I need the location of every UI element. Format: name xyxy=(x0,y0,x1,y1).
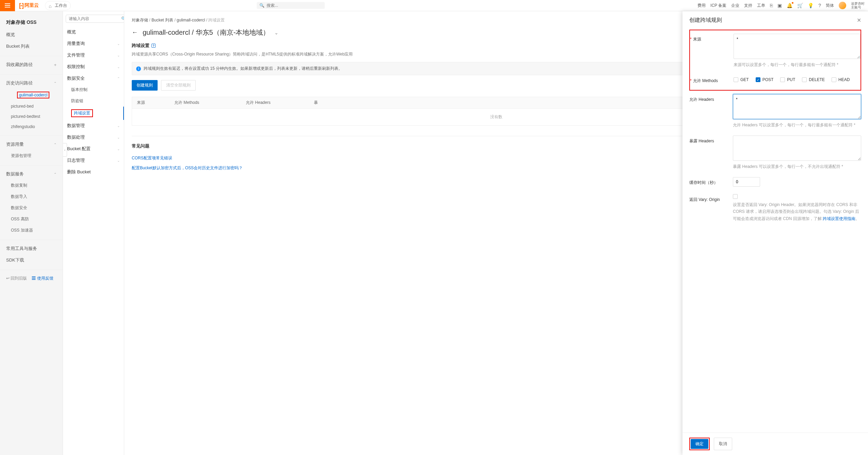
checkbox-icon xyxy=(832,77,836,82)
nav-overview[interactable]: 概览 xyxy=(0,29,63,41)
nav2-perm[interactable]: 权限控制⌄ xyxy=(63,61,124,73)
label-source: *来源 xyxy=(690,34,734,42)
nav2-data-mgmt[interactable]: 数据管理⌄ xyxy=(63,120,124,131)
nav2-data-proc[interactable]: 数据处理⌄ xyxy=(63,131,124,143)
nav2-cors[interactable]: 跨域设置 xyxy=(63,107,124,120)
bucket-search-input[interactable] xyxy=(66,15,124,23)
crumb-d: 跨域设置 xyxy=(208,18,225,22)
chk-head[interactable]: HEAD xyxy=(832,77,850,82)
nav2-usage[interactable]: 用量查询⌄ xyxy=(63,38,124,49)
product-sidebar: 对象存储 OSS 概览 Bucket 列表 我收藏的路径+ 历史访问路径⌃ gu… xyxy=(0,11,63,455)
ds-item-1[interactable]: 数据导入 xyxy=(0,191,63,202)
nav-history-path[interactable]: 历史访问路径⌃ xyxy=(0,77,63,89)
bell-icon[interactable]: 🔔 xyxy=(787,3,792,8)
nav-ticket[interactable]: 工单 xyxy=(757,3,765,9)
cache-time-input[interactable] xyxy=(733,177,760,187)
history-item-3[interactable]: zhifengstudio xyxy=(0,122,63,132)
cloudshell-icon[interactable]: ⎘ xyxy=(770,3,773,8)
nav2-bucket-cfg[interactable]: Bucket 配置⌄ xyxy=(63,143,124,155)
chevron-down-icon: ⌄ xyxy=(117,124,120,128)
bucket-sidebar: 🔍 ☆ 概览 用量查询⌄ 文件管理⌄ 权限控制⌄ 数据安全⌃ 版本控制 防盗链 … xyxy=(63,11,124,455)
history-item-2[interactable]: pictured-bedtest xyxy=(0,111,63,122)
crumb-c[interactable]: gulimall-codercl xyxy=(177,18,205,22)
workbench-link[interactable]: 工作台 xyxy=(45,1,71,10)
nav-enterprise[interactable]: 企业 xyxy=(731,3,739,9)
top-right-nav: 费用 ICP 备案 企业 支持 工单 ⎘ ▣ 🔔 🛒 💡 ? 简体 追梦赤时 主… xyxy=(697,2,865,9)
nav-resource-pkg[interactable]: 资源包管理 xyxy=(0,150,63,161)
chk-get[interactable]: GET xyxy=(734,77,749,82)
global-search[interactable]: 🔍 xyxy=(257,2,325,9)
nav2-overview[interactable]: 概览 xyxy=(63,26,124,38)
help-icon[interactable]: ? xyxy=(818,3,821,8)
logo[interactable]: [-] 阿里云 xyxy=(19,2,39,9)
allow-headers-hint: 允许 Headers 可以设置多个，每行一个，每行最多能有一个通配符 * xyxy=(733,122,861,128)
chevron-down-icon: ⌄ xyxy=(117,147,120,151)
doc-help-icon[interactable]: ? xyxy=(151,44,156,48)
logo-text: 阿里云 xyxy=(25,2,39,9)
crumb-a[interactable]: 对象存储 xyxy=(132,18,148,22)
source-textarea[interactable]: * xyxy=(734,34,861,59)
nav-sdk[interactable]: SDK下载 xyxy=(0,254,63,266)
chk-put[interactable]: PUT xyxy=(780,77,795,82)
create-rule-button[interactable]: 创建规则 xyxy=(132,80,158,91)
back-arrow-icon[interactable]: ← xyxy=(132,29,138,36)
expose-headers-hint: 暴露 Headers 可以设置多个，每行一个，不允许出现通配符 * xyxy=(733,164,861,170)
nav2-version[interactable]: 版本控制 xyxy=(63,84,124,95)
chk-delete[interactable]: DELETE xyxy=(802,77,825,82)
nav-lang[interactable]: 简体 xyxy=(826,3,834,9)
back-old[interactable]: ↩ 回到旧版 xyxy=(6,276,27,281)
hamburger-menu[interactable] xyxy=(0,0,15,11)
nav2-log-mgmt[interactable]: 日志管理⌄ xyxy=(63,155,124,166)
nav-fav-path[interactable]: 我收藏的路径+ xyxy=(0,59,63,70)
ds-item-4[interactable]: OSS 加速器 xyxy=(0,225,63,236)
cancel-button[interactable]: 取消 xyxy=(714,438,732,450)
sidebar-collapse-handle[interactable]: ‹ xyxy=(63,143,67,157)
chevron-down-icon: ⌄ xyxy=(117,159,120,162)
nav2-file-mgmt[interactable]: 文件管理⌄ xyxy=(63,49,124,61)
ds-item-0[interactable]: 数据复制 xyxy=(0,180,63,191)
user-role: 主账号 xyxy=(851,5,865,9)
ds-item-3[interactable]: OSS 高防 xyxy=(0,214,63,225)
nav2-antileech[interactable]: 防盗链 xyxy=(63,95,124,107)
avatar[interactable] xyxy=(839,2,846,9)
nav-fee[interactable]: 费用 xyxy=(697,3,706,9)
ds-item-2[interactable]: 数据安全 xyxy=(0,202,63,214)
close-icon[interactable]: ✕ xyxy=(857,17,861,23)
th-headers: 允许 Headers xyxy=(246,100,314,106)
nav-bucket-list[interactable]: Bucket 列表 xyxy=(0,41,63,52)
vary-checkbox[interactable] xyxy=(733,194,738,199)
bulb-icon[interactable]: 💡 xyxy=(808,3,814,8)
nav-icp[interactable]: ICP 备案 xyxy=(710,3,726,9)
checkbox-icon xyxy=(734,77,738,82)
nav2-security[interactable]: 数据安全⌃ xyxy=(63,73,124,84)
feedback-link[interactable]: ☰ 使用反馈 xyxy=(32,276,53,281)
allow-headers-textarea[interactable]: * xyxy=(733,94,861,119)
faq-link-1[interactable]: CORS配置项常见错误 xyxy=(132,155,172,161)
chevron-down-icon: ⌄ xyxy=(117,136,120,139)
clear-rules-button[interactable]: 清空全部规则 xyxy=(161,80,196,91)
nav-tools[interactable]: 常用工具与服务 xyxy=(0,243,63,254)
nav-data-service[interactable]: 数据服务⌃ xyxy=(0,168,63,180)
plus-icon[interactable]: + xyxy=(54,62,57,67)
confirm-button[interactable]: 确定 xyxy=(691,439,708,449)
vary-guide-link[interactable]: 跨域设置使用指南 xyxy=(823,216,855,221)
chevron-up-icon: ⌃ xyxy=(54,81,57,85)
chevron-down-icon[interactable]: ⌄ xyxy=(274,30,278,35)
chevron-down-icon: ⌄ xyxy=(117,65,120,69)
search-input[interactable] xyxy=(267,3,322,8)
crumb-b[interactable]: Bucket 列表 xyxy=(151,18,173,22)
chk-post[interactable]: ✓POST xyxy=(756,77,774,82)
logo-icon: [-] xyxy=(19,2,23,9)
nav-support[interactable]: 支持 xyxy=(744,3,752,9)
history-item-1[interactable]: pictured-bed xyxy=(0,101,63,111)
screen-icon[interactable]: ▣ xyxy=(777,3,782,8)
cart-icon[interactable]: 🛒 xyxy=(797,3,803,8)
faq-link-2[interactable]: 配置Bucket默认加密方式后，OSS会对历史文件进行加密吗？ xyxy=(132,165,243,171)
history-item-gulimall[interactable]: gulimall-codercl xyxy=(0,89,63,101)
search-icon: 🔍 xyxy=(121,16,124,21)
source-hint: 来源可以设置多个，每行一个，每行最多能有一个通配符 * xyxy=(734,62,861,68)
nav-resource-usage[interactable]: 资源用量⌃ xyxy=(0,139,63,150)
workbench-label: 工作台 xyxy=(55,3,67,9)
nav2-delete-bucket[interactable]: 删除 Bucket xyxy=(63,166,124,178)
expose-headers-textarea[interactable] xyxy=(733,136,861,161)
